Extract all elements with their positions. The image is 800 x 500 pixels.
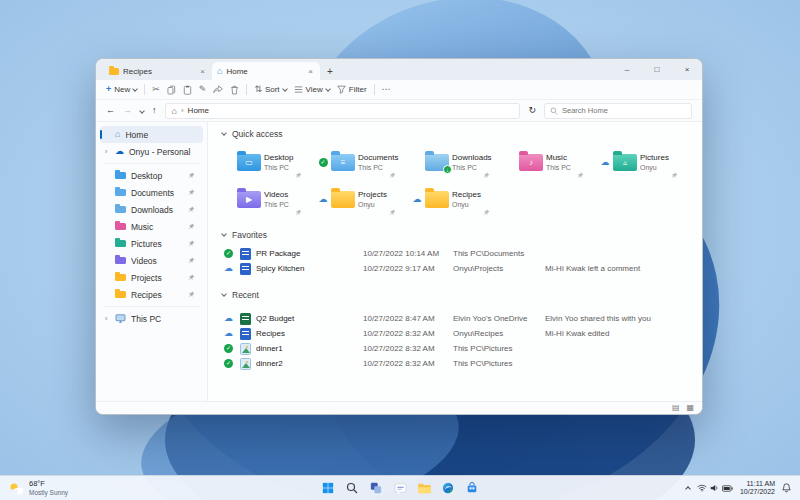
favorites-list: ✓ PR Package 10/27/2022 10:14 AM This PC… — [222, 246, 694, 276]
details-view-icon[interactable]: ▤ — [672, 404, 680, 412]
divider — [144, 84, 145, 95]
up-icon[interactable]: ↑ — [152, 106, 157, 115]
weather-temp: 68°F — [29, 480, 68, 489]
sort-button[interactable]: ⇅ Sort — [254, 85, 286, 94]
divider — [374, 84, 375, 95]
window-controls: – □ × — [612, 59, 702, 80]
chevron-down-icon — [325, 86, 331, 92]
search-input[interactable] — [562, 106, 686, 115]
word-document-icon — [240, 328, 251, 340]
sidebar-item-pictures[interactable]: Pictures — [100, 235, 203, 252]
large-icons-view-icon[interactable]: ▦ — [686, 404, 694, 412]
weather-icon — [9, 482, 24, 495]
tile-desktop[interactable]: ▭ DesktopThis PC — [222, 144, 316, 181]
filter-button[interactable]: Filter — [337, 85, 367, 94]
cloud-status-icon: ☁ — [413, 195, 422, 204]
quick-settings-button[interactable] — [697, 484, 733, 492]
activity: Mi-Hi Kwak left a comment — [545, 264, 694, 273]
chat-button[interactable] — [392, 480, 408, 496]
hidden-icons-chevron-icon[interactable] — [685, 486, 691, 492]
file-row-dinner1[interactable]: ✓ dinner1 10/27/2022 8:32 AM This PC\Pic… — [222, 341, 694, 356]
pin-icon — [188, 291, 195, 298]
new-tab-button[interactable]: + — [322, 63, 338, 79]
section-recent[interactable]: Recent — [222, 288, 694, 302]
more-icon[interactable]: ⋯ — [382, 85, 391, 94]
tile-recipes[interactable]: ☁ RecipesOnyu — [410, 181, 504, 218]
pin-icon — [188, 274, 195, 281]
copy-icon[interactable] — [167, 85, 176, 95]
search-box[interactable] — [544, 103, 692, 119]
word-document-icon — [240, 263, 251, 275]
home-icon: ⌂ — [172, 106, 177, 116]
weather-widget[interactable]: 68°F Mostly Sunny — [0, 476, 77, 500]
sidebar-item-downloads[interactable]: Downloads — [100, 201, 203, 218]
tile-pictures[interactable]: ☁ ▵ PicturesOnyu — [598, 144, 692, 181]
delete-icon[interactable] — [230, 85, 239, 95]
weather-condition: Mostly Sunny — [29, 489, 68, 496]
chevron-right-icon[interactable]: › — [105, 315, 107, 322]
downloads-folder-icon: ↓ — [425, 154, 449, 171]
sidebar-item-projects[interactable]: Projects — [100, 269, 203, 286]
projects-folder-icon — [115, 274, 126, 281]
sidebar-item-recipes[interactable]: Recipes — [100, 286, 203, 303]
breadcrumb[interactable]: ⌂ › Home — [165, 103, 521, 119]
cut-icon[interactable]: ✂ — [152, 85, 160, 94]
new-button[interactable]: + New — [106, 85, 137, 94]
close-tab-icon[interactable]: × — [306, 67, 315, 76]
rename-icon[interactable]: ✎ — [199, 85, 207, 94]
sidebar-item-this-pc[interactable]: › This PC — [100, 310, 203, 327]
close-button[interactable]: × — [672, 59, 702, 80]
tile-videos[interactable]: ▶ VideosThis PC — [222, 181, 316, 218]
edge-button[interactable] — [440, 480, 456, 496]
date-modified: 10/27/2022 8:32 AM — [363, 329, 451, 338]
share-icon[interactable] — [213, 85, 223, 94]
tile-music[interactable]: ♪ MusicThis PC — [504, 144, 598, 181]
file-row-recipes[interactable]: ☁ Recipes 10/27/2022 8:32 AM Onyu\Recipe… — [222, 326, 694, 341]
section-favorites[interactable]: Favorites — [222, 228, 694, 242]
store-button[interactable] — [464, 480, 480, 496]
file-explorer-button[interactable] — [416, 480, 432, 496]
search-icon — [550, 107, 558, 115]
sort-icon: ⇅ — [254, 85, 262, 94]
downloads-folder-icon — [115, 206, 126, 213]
sidebar-item-videos[interactable]: Videos — [100, 252, 203, 269]
breadcrumb-item-home[interactable]: Home — [188, 106, 209, 115]
section-title: Quick access — [232, 129, 283, 139]
refresh-icon[interactable]: ↻ — [528, 106, 536, 115]
tab-recipes[interactable]: Recipes × — [104, 62, 212, 80]
file-row-dinner2[interactable]: ✓ dinner2 10/27/2022 8:32 AM This PC\Pic… — [222, 356, 694, 371]
sidebar-item-onedrive[interactable]: › ☁ Onyu - Personal — [100, 143, 203, 160]
notification-bell-icon[interactable] — [782, 483, 791, 493]
recent-locations-icon[interactable] — [139, 108, 145, 114]
tile-projects[interactable]: ☁ ProjectsOnyu — [316, 181, 410, 218]
tab-home[interactable]: ⌂ Home × — [212, 62, 320, 80]
minimize-button[interactable]: – — [612, 59, 642, 80]
cloud-status-icon: ☁ — [319, 195, 328, 204]
file-row-pr-package[interactable]: ✓ PR Package 10/27/2022 10:14 AM This PC… — [222, 246, 694, 261]
download-arrow-icon: ↓ — [443, 165, 452, 174]
tile-downloads[interactable]: ↓ DownloadsThis PC — [410, 144, 504, 181]
close-tab-icon[interactable]: × — [198, 67, 207, 76]
paste-icon[interactable] — [183, 85, 192, 95]
tile-documents[interactable]: ✓ ≡ DocumentsThis PC — [316, 144, 410, 181]
file-row-q2-budget[interactable]: ☁ Q2 Budget 10/27/2022 8:47 AM Elvin Yoo… — [222, 311, 694, 326]
search-button[interactable] — [344, 480, 360, 496]
back-icon[interactable]: ← — [106, 106, 115, 115]
this-pc-icon — [115, 314, 126, 323]
forward-icon[interactable]: → — [123, 106, 132, 115]
pin-icon — [188, 240, 195, 247]
file-row-spicy-kitchen[interactable]: ☁ Spicy Kitchen 10/27/2022 9:17 AM Onyu\… — [222, 261, 694, 276]
task-view-button[interactable] — [368, 480, 384, 496]
sidebar-item-music[interactable]: Music — [100, 218, 203, 235]
taskbar-clock[interactable]: 11:11 AM 10/27/2022 — [740, 480, 775, 497]
maximize-button[interactable]: □ — [642, 59, 672, 80]
sidebar-item-desktop[interactable]: Desktop — [100, 167, 203, 184]
section-quick-access[interactable]: Quick access — [222, 127, 694, 141]
chevron-right-icon[interactable]: › — [105, 148, 107, 155]
view-button[interactable]: View — [294, 85, 330, 94]
pin-icon — [295, 172, 302, 179]
sidebar-item-documents[interactable]: Documents — [100, 184, 203, 201]
pin-icon — [188, 172, 195, 179]
start-button[interactable] — [320, 480, 336, 496]
sidebar-item-home[interactable]: ⌂ Home — [100, 126, 203, 143]
